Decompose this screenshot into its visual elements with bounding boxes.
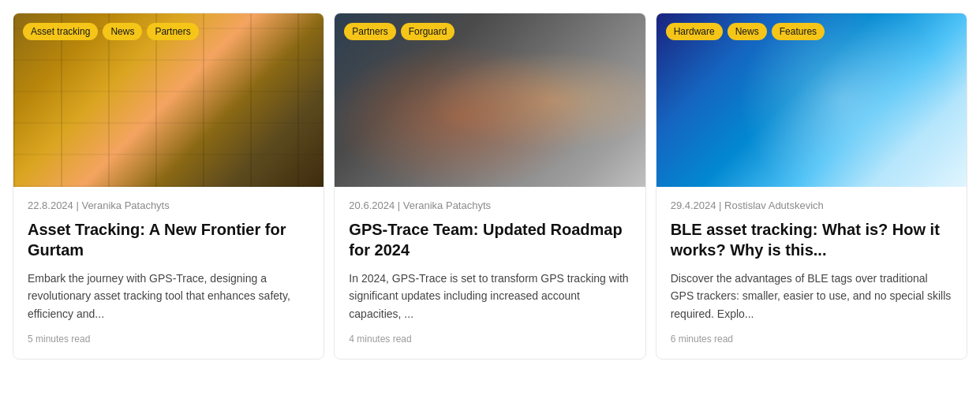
card-image: HardwareNewsFeatures	[656, 13, 967, 187]
card-image: Asset trackingNewsPartners	[13, 13, 324, 187]
card-title: GPS-Trace Team: Updated Roadmap for 2024	[349, 219, 630, 260]
article-card-2[interactable]: PartnersForguard 20.6.2024 | Veranika Pa…	[334, 13, 645, 360]
tag-0[interactable]: Hardware	[666, 23, 723, 40]
card-body: 22.8.2024 | Veranika Patachyts Asset Tra…	[13, 187, 324, 359]
article-card-1[interactable]: Asset trackingNewsPartners 22.8.2024 | V…	[13, 13, 324, 360]
tag-2[interactable]: Partners	[147, 23, 198, 40]
card-read-time: 4 minutes read	[349, 334, 630, 345]
card-meta: 29.4.2024 | Rostislav Adutskevich	[671, 199, 952, 211]
card-title: BLE asset tracking: What is? How it work…	[671, 219, 952, 260]
tag-list: Asset trackingNewsPartners	[23, 23, 199, 40]
card-title: Asset Tracking: A New Frontier for Gurta…	[28, 219, 309, 260]
card-excerpt: In 2024, GPS-Trace is set to transform G…	[349, 270, 630, 322]
tag-0[interactable]: Asset tracking	[23, 23, 98, 40]
card-excerpt: Embark the journey with GPS-Trace, desig…	[28, 270, 309, 322]
tag-0[interactable]: Partners	[344, 23, 395, 40]
tag-1[interactable]: News	[103, 23, 142, 40]
card-meta: 20.6.2024 | Veranika Patachyts	[349, 199, 630, 211]
tag-2[interactable]: Features	[772, 23, 825, 40]
cards-container: Asset trackingNewsPartners 22.8.2024 | V…	[0, 0, 980, 372]
card-excerpt: Discover the advantages of BLE tags over…	[671, 270, 952, 322]
tag-list: PartnersForguard	[344, 23, 454, 40]
tag-1[interactable]: News	[728, 23, 767, 40]
card-read-time: 5 minutes read	[28, 334, 309, 345]
article-card-3[interactable]: HardwareNewsFeatures 29.4.2024 | Rostisl…	[656, 13, 967, 360]
tag-1[interactable]: Forguard	[401, 23, 455, 40]
card-read-time: 6 minutes read	[671, 334, 952, 345]
card-body: 29.4.2024 | Rostislav Adutskevich BLE as…	[656, 187, 967, 359]
card-meta: 22.8.2024 | Veranika Patachyts	[28, 199, 309, 211]
card-body: 20.6.2024 | Veranika Patachyts GPS-Trace…	[335, 187, 645, 359]
tag-list: HardwareNewsFeatures	[666, 23, 825, 40]
card-image: PartnersForguard	[335, 13, 645, 187]
